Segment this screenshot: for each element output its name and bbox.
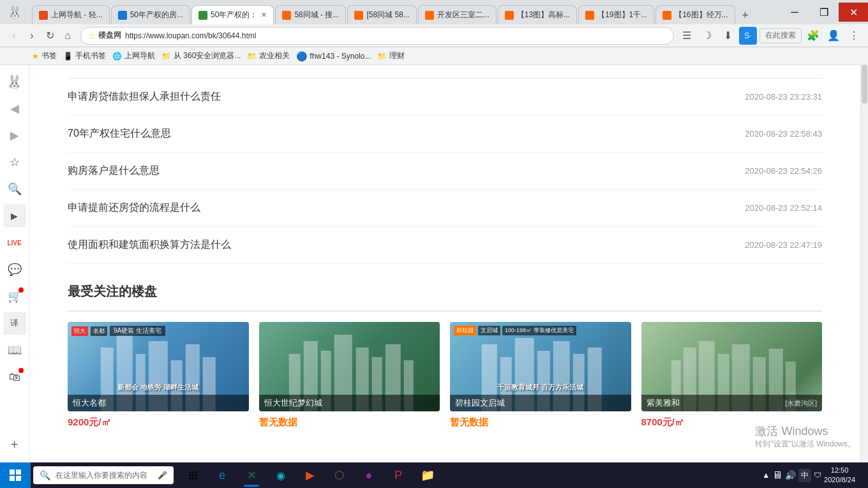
tray-date: 2020/8/24 (824, 476, 855, 484)
sidebar-icon-add[interactable]: + (3, 433, 26, 456)
bookmark-mobile[interactable]: 📱 手机书签 (63, 50, 106, 61)
taskbar-app-excel[interactable]: ✕ (237, 462, 266, 488)
back-button[interactable]: ‹ (5, 27, 23, 45)
scrollbar[interactable] (860, 65, 868, 488)
svg-rect-30 (10, 469, 15, 475)
collection-button[interactable]: ☽ (698, 27, 716, 45)
property-tag-1: 恒大 名都 9A硬装 生活美宅 (71, 326, 165, 336)
taskbar-app-app6[interactable]: ● (355, 462, 383, 488)
tab-2[interactable]: 50年产权的房... (111, 5, 190, 24)
url-text: https://www.loupan.com/bk/30644.html (125, 31, 667, 40)
reading-mode-button[interactable]: ☰ (678, 27, 696, 45)
forward-button[interactable]: › (23, 27, 41, 45)
sidebar-icon-bag[interactable]: 🛍 (3, 365, 26, 388)
tab-9[interactable]: 【16图】经万... (655, 5, 735, 24)
scrollbar-thumb[interactable] (862, 65, 867, 103)
tray-antivirus[interactable]: 🛡 (814, 471, 821, 480)
search-icon: 🔍 (40, 470, 50, 480)
tab-4[interactable]: 58同城 - 搜... (275, 5, 346, 24)
sidebar-icon-chat[interactable]: 💬 (3, 258, 26, 281)
tab-5[interactable]: [58同城 58... (347, 5, 416, 24)
section-title: 最受关注的楼盘 (68, 283, 822, 300)
taskbar-app-app5[interactable]: ⬡ (326, 462, 354, 488)
sidebar-icon-back[interactable]: ◀ (3, 97, 26, 120)
sidebar-icon-forward[interactable]: ▶ (3, 124, 26, 147)
tray-volume[interactable]: 🔊 (785, 470, 796, 480)
article-item-5: 使用面积和建筑面积换算方法是什么 2020-08-23 22:47:19 (68, 227, 822, 264)
property-card-2[interactable]: 恒大世纪梦幻城 暂无数据 (259, 322, 440, 429)
new-tab-button[interactable]: + (737, 6, 754, 24)
tray-expand[interactable]: ▲ (762, 471, 770, 480)
property-card-1[interactable]: 恒大 名都 9A硬装 生活美宅 新都会 地铁旁 湖畔生活城 恒大名都 9200元… (68, 322, 249, 429)
sidebar-icon-logo[interactable]: 🐰 (3, 70, 26, 93)
address-bar[interactable]: ☆ 楼盘网 https://www.loupan.com/bk/30644.ht… (80, 27, 674, 45)
property-region-4: [水磨沟区] (785, 399, 817, 408)
taskbar-apps: ⊞ e ✕ ◉ ▶ ⬡ ● P 📁 (176, 462, 757, 488)
sidebar-icon-live[interactable]: LIVE (3, 231, 26, 254)
property-image-2: 恒大世纪梦幻城 (259, 322, 440, 411)
article-title-4[interactable]: 申请提前还房贷的流程是什么 (68, 201, 200, 215)
tray-network[interactable]: 🖥 (772, 469, 782, 481)
browser-logo[interactable]: 🐰 (0, 0, 29, 24)
minimize-button[interactable]: ─ (780, 3, 809, 22)
bookmark-synology[interactable]: 🔵 fhw143 - Synolo... (296, 51, 371, 61)
sidebar-icon-video[interactable]: ▶ (3, 204, 26, 227)
article-item-4: 申请提前还房贷的流程是什么 2020-08-23 22:52:14 (68, 190, 822, 227)
bookmark-star[interactable]: ★ 书签 (32, 50, 57, 61)
article-title-3[interactable]: 购房落户是什么意思 (68, 164, 160, 178)
sidebar-icon-star[interactable]: ☆ (3, 151, 26, 174)
sidebar-icon-book[interactable]: 📖 (3, 339, 26, 362)
tray-datetime[interactable]: 12:50 2020/8/24 (824, 466, 855, 485)
taskbar-app-ppt[interactable]: P (384, 462, 412, 488)
bookmark-finance[interactable]: 📁 理财 (377, 50, 405, 61)
account-button[interactable]: 👤 (825, 27, 842, 45)
sidebar-icon-search[interactable]: 🔍 (3, 178, 26, 201)
tray-show-desktop[interactable] (858, 462, 863, 488)
taskbar-app-edge[interactable]: e (208, 462, 236, 488)
article-title-1[interactable]: 申请房贷借款担保人承担什么责任 (68, 90, 221, 103)
home-button[interactable]: ⌂ (59, 27, 77, 45)
extensions-button[interactable]: 🧩 (804, 27, 822, 45)
property-name-1: 恒大名都 (73, 397, 106, 409)
sidebar-icon-cart[interactable]: 🛒 (3, 285, 26, 308)
search-engine-button[interactable]: S· (739, 27, 757, 45)
tray-ime[interactable]: 中 (798, 469, 811, 482)
bookmark-nav[interactable]: 🌐 上网导航 (112, 50, 155, 61)
bookmark-360[interactable]: 📁 从 360安全浏览器... (161, 50, 241, 61)
sidebar-icon-translate[interactable]: 译 (3, 312, 26, 335)
nav-actions: ☰ ☽ ⬇ S· 在此搜索 🧩 👤 ⋮ (678, 27, 863, 45)
start-button[interactable] (0, 462, 31, 488)
taskbar-app-taskview[interactable]: ⊞ (179, 462, 207, 488)
property-name-3: 碧桂园文启城 (455, 397, 505, 409)
article-item-3: 购房落户是什么意思 2020-08-23 22:54:26 (68, 153, 822, 190)
settings-button[interactable]: ⋮ (845, 27, 863, 45)
download-button[interactable]: ⬇ (719, 27, 737, 45)
tab-3[interactable]: 50年产权的： ✕ (191, 5, 274, 24)
svg-rect-33 (16, 476, 21, 481)
search-input-nav[interactable]: 在此搜索 (760, 28, 802, 43)
svg-rect-32 (10, 476, 15, 481)
taskbar: 🔍 在这里输入你要搜索的内容 🎤 ⊞ e ✕ ◉ ▶ ⬡ ● P 📁 (0, 462, 868, 488)
close-button[interactable]: ✕ (839, 3, 868, 22)
article-title-2[interactable]: 70年产权住宅什么意思 (68, 127, 171, 141)
property-name-4: 紫美雅和 (647, 397, 680, 409)
property-card-4[interactable]: 紫美雅和 [水磨沟区] 8700元/㎡ (641, 322, 823, 429)
restore-button[interactable]: ❐ (809, 3, 839, 22)
taskbar-app-files[interactable]: 📁 (414, 462, 442, 488)
taskbar-app-edge2[interactable]: ◉ (267, 462, 295, 488)
tab-7[interactable]: 【13图】高标... (498, 5, 577, 24)
tab-8[interactable]: 【19图】1千... (578, 5, 654, 24)
property-image-3: 碧桂园 文启城 100-198㎡ 带装修优居美宅 千亩教育城邦 百万方乐活城 碧… (450, 322, 631, 411)
article-title-5[interactable]: 使用面积和建筑面积换算方法是什么 (68, 238, 231, 252)
article-date-2: 2020-08-23 22:58:43 (745, 129, 822, 139)
property-card-3[interactable]: 碧桂园 文启城 100-198㎡ 带装修优居美宅 千亩教育城邦 百万方乐活城 碧… (450, 322, 631, 429)
nav-bar: ‹ › ↻ ⌂ ☆ 楼盘网 https://www.loupan.com/bk/… (0, 24, 868, 47)
site-name: 楼盘网 (98, 30, 121, 41)
refresh-button[interactable]: ↻ (41, 27, 59, 45)
tab-6[interactable]: 开发区三室二... (418, 5, 497, 24)
taskbar-app-media[interactable]: ▶ (296, 462, 324, 488)
tab-1[interactable]: 上网导航 - 轻... (32, 5, 110, 24)
taskbar-tray: ▲ 🖥 🔊 中 🛡 12:50 2020/8/24 (757, 462, 868, 488)
taskbar-search[interactable]: 🔍 在这里输入你要搜索的内容 🎤 (33, 466, 174, 484)
bookmark-agriculture[interactable]: 📁 农业相关 (247, 50, 290, 61)
